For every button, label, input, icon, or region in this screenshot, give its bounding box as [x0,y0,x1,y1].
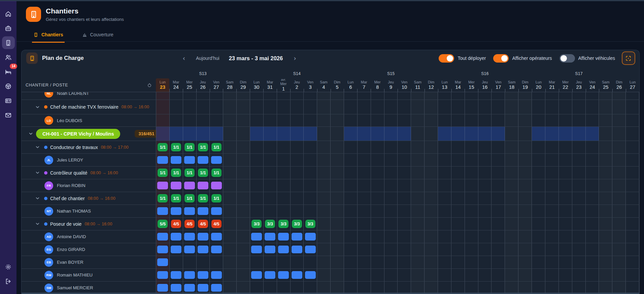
post-row-header[interactable]: Contrôleur qualité08:00 → 16:00 [35,170,118,176]
chantier-schedule-band[interactable] [451,127,465,141]
chantier-schedule-band[interactable] [170,127,183,141]
assignment-bar[interactable] [211,207,222,215]
chevron-down-icon[interactable] [35,171,40,175]
toggle-afficher-v-hicules[interactable] [560,54,575,63]
post-row-header[interactable]: Chef de chantier08:00 → 16:00 [35,196,115,201]
chantier-schedule-band[interactable] [277,127,291,141]
chantier-schedule-band[interactable] [304,127,317,141]
assignment-bar[interactable] [292,246,302,253]
chantier-schedule-band[interactable] [250,127,264,141]
assignment-bar[interactable] [171,207,181,215]
assignment-bar[interactable] [292,271,302,279]
assignment-bar[interactable] [198,182,208,189]
prev-week-button[interactable]: ‹ [181,54,187,62]
chantier-schedule-band[interactable] [398,127,411,141]
assignment-bar[interactable] [157,233,168,241]
chantier-schedule-band[interactable] [344,127,358,141]
sidebar-item-operators[interactable] [2,51,15,64]
assignment-bar[interactable] [157,284,168,292]
assignment-bar[interactable] [171,284,181,292]
sidebar-item-briefcase[interactable] [2,22,15,35]
assignment-bar[interactable] [265,233,275,241]
chevron-down-icon[interactable] [29,132,33,136]
assignment-bar[interactable] [198,207,208,215]
assignment-bar[interactable] [278,246,289,253]
chantier-schedule-band[interactable] [156,127,170,141]
assignment-bar[interactable] [157,271,168,279]
next-week-button[interactable]: › [292,54,298,62]
sidebar-item-logout[interactable] [2,275,15,288]
assignment-bar[interactable] [157,258,168,266]
assignment-bar[interactable] [211,271,222,279]
assignment-bar[interactable] [184,233,195,241]
chantier-schedule-band[interactable] [492,127,505,141]
chantier-row-header[interactable]: CH-001 - CPER Vichy / Moulins316/451 [29,129,158,139]
assignment-bar[interactable] [171,156,181,164]
post-row-header[interactable]: Conducteur de travaux08:00 → 17:00 [35,145,129,150]
assignment-bar[interactable] [211,182,222,189]
chevron-down-icon[interactable] [35,145,40,149]
assignment-bar[interactable] [171,246,181,253]
chantier-schedule-band[interactable] [559,127,572,141]
assignment-bar[interactable] [251,271,262,279]
assignment-bar[interactable] [184,182,195,189]
chantier-schedule-band[interactable] [264,127,277,141]
assignment-bar[interactable] [198,156,208,164]
chantier-schedule-band[interactable] [572,127,586,141]
chantier-schedule-band[interactable] [371,127,384,141]
assignment-bar[interactable] [292,233,302,241]
post-row-header[interactable]: Poseur de voie08:00 → 16:00 [35,221,112,227]
assignment-bar[interactable] [251,246,262,253]
assignment-bar[interactable] [184,207,195,215]
assignment-bar[interactable] [184,284,195,292]
assignment-bar[interactable] [305,271,316,279]
chantier-schedule-band[interactable] [465,127,478,141]
chevron-down-icon[interactable] [35,196,40,200]
assignment-bar[interactable] [198,284,208,292]
assignment-bar[interactable] [305,246,316,253]
sidebar-item-home[interactable] [2,7,15,20]
assignment-bar[interactable] [171,233,181,241]
chantier-schedule-band[interactable] [358,127,371,141]
sidebar-item-chantiers[interactable] [2,36,15,49]
assignment-bar[interactable] [211,156,222,164]
assignment-bar[interactable] [305,233,316,241]
assignment-bar[interactable] [157,246,168,253]
chantier-schedule-band[interactable] [586,127,599,141]
chantier-schedule-band[interactable] [183,127,197,141]
assignment-bar[interactable] [278,271,289,279]
sidebar-item-vehicles[interactable] [2,80,15,93]
horizontal-scrollbar[interactable] [22,293,639,294]
assignment-bar[interactable] [278,233,289,241]
assignment-bar[interactable] [198,246,208,253]
assignment-bar[interactable] [157,182,168,189]
toggle-tout-d-ployer[interactable] [439,54,454,63]
sidebar-item-messages[interactable] [2,109,15,121]
sidebar-item-settings[interactable] [2,260,15,273]
chantier-schedule-band[interactable] [197,127,210,141]
assignment-bar[interactable] [184,156,195,164]
chantier-schedule-band[interactable] [545,127,559,141]
chevron-down-icon[interactable] [35,105,40,109]
assignment-bar[interactable] [171,182,181,189]
post-row-header[interactable]: Chef de machine TVX ferroviaire08:00 → 1… [35,104,149,110]
chantier-name-pill[interactable]: CH-001 - CPER Vichy / Moulins [36,129,120,139]
chevron-down-icon[interactable] [35,222,40,226]
assignment-bar[interactable] [171,271,181,279]
chantier-schedule-band[interactable] [384,127,398,141]
assignment-bar[interactable] [211,284,222,292]
assignment-bar[interactable] [265,246,275,253]
assignment-bar[interactable] [157,207,168,215]
fullscreen-button[interactable] [622,51,635,65]
assignment-bar[interactable] [198,271,208,279]
chantier-schedule-band[interactable] [532,127,545,141]
chantier-schedule-band[interactable] [438,127,451,141]
assignment-bar[interactable] [211,246,222,253]
assignment-bar[interactable] [211,233,222,241]
assignment-bar[interactable] [184,271,195,279]
sidebar-item-idcard[interactable] [2,94,15,107]
chantier-schedule-band[interactable] [210,127,223,141]
assignment-bar[interactable] [198,233,208,241]
assignment-bar[interactable] [251,233,262,241]
toggle-afficher-op-rateurs[interactable] [493,54,509,63]
